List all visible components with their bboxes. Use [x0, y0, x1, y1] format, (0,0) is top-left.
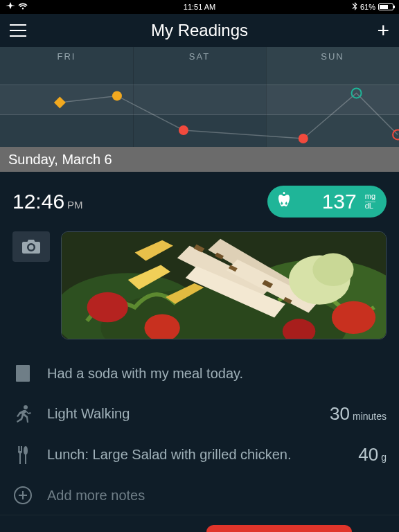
meal-label: Lunch: Large Salad with grilled chicken.: [47, 447, 344, 463]
note-text: Had a soda with my meal today.: [47, 366, 387, 382]
airplane-icon: [6, 2, 15, 12]
reading-ampm: PM: [67, 199, 83, 211]
note-row[interactable]: Had a soda with my meal today.: [12, 353, 387, 393]
activity-label: Light Walking: [47, 406, 316, 422]
bluetooth-icon: [352, 2, 357, 12]
plus-circle-icon: [12, 485, 33, 506]
camera-button[interactable]: [12, 231, 50, 262]
meal-photo[interactable]: [61, 231, 387, 339]
detail-list: Had a soda with my meal today. Light Wal…: [0, 351, 399, 528]
activity-row[interactable]: Light Walking 30 minutes: [12, 393, 387, 434]
battery-icon: [378, 3, 393, 10]
running-icon: [12, 404, 33, 425]
svg-point-10: [87, 292, 128, 322]
nav-bar: My Readings +: [0, 14, 399, 47]
add-notes-row[interactable]: Add more notes: [12, 475, 387, 515]
svg-point-12: [332, 301, 375, 334]
divider: [0, 515, 399, 515]
utensils-icon: [12, 445, 33, 466]
reading-time: 12:46PM: [12, 190, 83, 213]
status-left: [6, 2, 28, 12]
meal-value: 40 g: [358, 444, 387, 466]
status-right: 61%: [352, 2, 393, 12]
note-icon: [12, 363, 33, 384]
camera-icon: [21, 239, 41, 254]
status-time: 11:51 AM: [184, 3, 215, 11]
svg-rect-0: [54, 97, 66, 109]
photo-row: [0, 227, 399, 351]
readings-chart[interactable]: FRI SAT SUN: [0, 47, 399, 147]
meal-row[interactable]: Lunch: Large Salad with grilled chicken.…: [12, 434, 387, 475]
reading-row: 12:46PM 137 mg dL: [0, 172, 399, 227]
reading-badge[interactable]: 137 mg dL: [267, 186, 387, 218]
reading-unit: mg dL: [365, 193, 375, 210]
svg-point-5: [393, 130, 399, 139]
svg-point-3: [299, 134, 308, 143]
svg-point-1: [112, 91, 122, 100]
activity-value: 30 minutes: [330, 403, 387, 425]
date-label: Sunday, March 6: [8, 152, 112, 168]
apple-core-icon: [277, 191, 294, 212]
chart-plot: [0, 47, 399, 147]
svg-point-2: [179, 125, 188, 135]
date-banner: Sunday, March 6: [0, 147, 399, 172]
wifi-icon: [18, 3, 28, 11]
status-bar: 11:51 AM 61%: [0, 0, 399, 14]
page-title: My Readings: [151, 21, 248, 40]
menu-button[interactable]: [10, 24, 26, 37]
add-notes-label: Add more notes: [47, 488, 387, 504]
reading-value: 137: [322, 190, 357, 213]
add-button[interactable]: +: [377, 20, 389, 41]
svg-point-16: [24, 405, 28, 409]
svg-point-15: [312, 254, 353, 286]
reading-time-value: 12:46: [12, 190, 64, 213]
battery-pct: 61%: [360, 3, 375, 11]
bottom-action-peek[interactable]: [206, 525, 352, 532]
